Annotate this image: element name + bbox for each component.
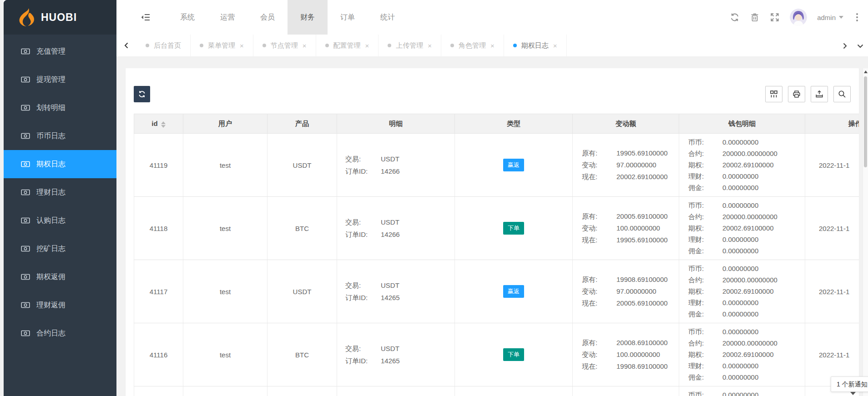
wallet-value: 20002.69100000 [722, 287, 774, 295]
vertical-scrollbar[interactable] [863, 68, 868, 396]
id-cell: 41116 [134, 323, 183, 386]
columns-button[interactable] [765, 86, 782, 102]
tab[interactable]: 角色管理 × [441, 35, 504, 56]
tab[interactable]: 期权日志 × [504, 35, 567, 56]
banknote-icon [21, 244, 30, 253]
detail-cell: 交易:USDT订单ID:14265 [337, 260, 455, 323]
top-nav-item[interactable]: 统计 [368, 0, 408, 35]
sidebar-item[interactable]: 期权日志 [4, 150, 116, 178]
tab-close-icon[interactable]: × [490, 42, 495, 50]
change-cell: 原有:20005.69100000变动:100.00000000现在:19905… [573, 197, 679, 260]
user-cell: test [183, 197, 267, 260]
wallet-cell: 币币:0.00000000合约:200000.00000000期权:20002.… [679, 260, 805, 323]
notification-toast[interactable]: 1 个新通知 [831, 376, 868, 392]
refresh-table-button[interactable] [134, 86, 150, 102]
wallet-value: 0.00000000 [722, 310, 758, 318]
wallet-value: 200000.00000000 [722, 276, 777, 284]
sidebar-item[interactable]: 挖矿日志 [4, 235, 116, 263]
wallet-label: 币币: [688, 200, 722, 211]
wallet-cell: 币币:0.00000000 [679, 386, 805, 396]
tab[interactable]: 后台首页 × [136, 35, 191, 56]
sidebar-item[interactable]: 理财返佣 [4, 291, 116, 319]
export-button[interactable] [811, 86, 828, 102]
more-vertical-icon[interactable] [853, 12, 861, 22]
change-value: 19905.69100000 [616, 236, 668, 244]
change-label: 现在: [582, 171, 616, 183]
wallet-label: 理财: [688, 170, 722, 182]
tab[interactable]: 菜单管理 × [191, 35, 253, 56]
product-cell: USDT [267, 260, 337, 323]
top-nav-item[interactable]: 订单 [328, 0, 368, 35]
fold-menu-icon[interactable] [140, 11, 152, 23]
time-cell: 2022-11-1 [805, 134, 859, 197]
avatar[interactable] [790, 9, 807, 26]
chevron-left-icon[interactable] [116, 35, 136, 56]
brand-logo[interactable]: HUOBI [4, 0, 116, 35]
sidebar-item[interactable]: 充值管理 [4, 37, 116, 65]
refresh-icon[interactable] [730, 12, 740, 22]
chevron-down-icon[interactable] [853, 35, 868, 57]
sidebar-item-label: 合约日志 [36, 329, 66, 338]
tab[interactable]: 上传管理 × [378, 35, 441, 56]
trash-icon[interactable] [750, 12, 760, 22]
header-right-cluster: admin [730, 9, 861, 26]
wallet-label: 理财: [688, 360, 722, 371]
tab-dot-icon [450, 44, 454, 47]
sidebar-item[interactable]: 划转明细 [4, 94, 116, 122]
tab-dot-icon [200, 44, 203, 47]
tab-close-icon[interactable]: × [303, 42, 307, 50]
scrollbar-thumb[interactable] [864, 76, 867, 167]
detail-value: USDT [381, 218, 399, 226]
top-nav-item[interactable]: 运营 [207, 0, 247, 35]
change-value: 19905.69100000 [616, 149, 668, 157]
search-button[interactable] [833, 86, 851, 102]
wallet-value: 20002.69100000 [722, 224, 774, 232]
sidebar-item[interactable]: 理财日志 [4, 178, 116, 206]
top-nav-item[interactable]: 财务 [288, 0, 328, 35]
columns-icon [769, 90, 778, 99]
sidebar-item[interactable]: 提现管理 [4, 65, 116, 94]
tab[interactable]: 配置管理 × [316, 35, 379, 56]
fullscreen-icon[interactable] [770, 12, 780, 22]
banknote-icon [21, 131, 30, 140]
user-menu[interactable]: admin [817, 14, 843, 21]
time-cell: 2022-11-1 [805, 197, 859, 260]
tab-close-icon[interactable]: × [428, 42, 432, 50]
chevron-right-icon[interactable] [837, 35, 853, 57]
print-button[interactable] [788, 86, 805, 102]
scroll-up-icon[interactable] [864, 70, 868, 73]
type-cell [455, 386, 573, 396]
change-label: 现在: [582, 361, 616, 372]
tab[interactable]: 节点管理 × [253, 35, 316, 56]
sidebar-item[interactable]: 币币日志 [4, 122, 116, 150]
banknote-icon [21, 301, 30, 310]
change-value: 19908.69100000 [616, 276, 668, 283]
change-label: 变动: [582, 159, 616, 171]
wallet-value: 20002.69100000 [722, 161, 774, 169]
tab-close-icon[interactable]: × [365, 42, 369, 50]
change-cell: 原有:20008.69100000变动:100.00000000现在:19908… [573, 323, 679, 386]
sidebar-item[interactable]: 期权返佣 [4, 263, 116, 291]
wallet-label: 佣金: [688, 245, 722, 256]
sidebar-item[interactable]: 合约日志 [4, 319, 116, 347]
top-nav-item[interactable]: 系统 [167, 0, 207, 35]
table-row: 41118 test BTC 交易:USDT订单ID:14266 下单 [134, 197, 859, 260]
column-header-id[interactable]: id [134, 114, 183, 134]
top-nav-item[interactable]: 会员 [247, 0, 288, 35]
tab-close-icon[interactable]: × [240, 42, 244, 50]
sidebar-item-label: 理财返佣 [36, 301, 66, 310]
change-label: 变动: [582, 349, 616, 361]
sidebar-item-label: 理财日志 [36, 188, 66, 197]
tab-close-icon[interactable]: × [553, 42, 557, 50]
type-badge: 下单 [503, 222, 524, 235]
sidebar-item-label: 挖矿日志 [36, 244, 66, 254]
time-cell: 2022-11-1 [805, 260, 859, 323]
sort-icon[interactable] [161, 121, 166, 128]
change-value: 100.00000000 [616, 351, 660, 358]
type-badge: 赢返 [503, 285, 524, 298]
id-cell [134, 386, 183, 396]
table-row: 41116 test BTC 交易:USDT订单ID:14265 下单 [134, 323, 859, 386]
wallet-value: 200000.00000000 [722, 150, 777, 157]
sidebar-item[interactable]: 认购日志 [4, 206, 116, 235]
wallet-label: 佣金: [688, 182, 722, 193]
